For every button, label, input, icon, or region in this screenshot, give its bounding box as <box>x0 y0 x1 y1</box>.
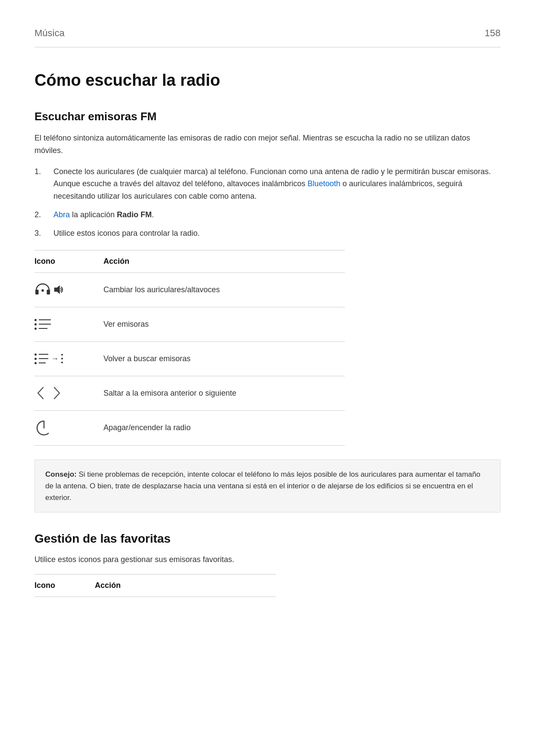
list-icon <box>34 319 51 330</box>
subsection1-intro: El teléfono sintoniza automáticamente la… <box>34 132 501 157</box>
col-icon-cell <box>34 282 103 297</box>
dot <box>34 328 37 330</box>
bluetooth-link[interactable]: Bluetooth <box>307 179 340 188</box>
list-item: 1. Conecte los auriculares (de cualquier… <box>34 166 501 203</box>
subsection2-title: Gestión de las favoritas <box>34 530 501 548</box>
list-number: 1. <box>34 166 47 203</box>
scan-dots <box>61 354 63 363</box>
line <box>39 328 47 329</box>
col-action-cell: Volver a buscar emisoras <box>103 353 345 365</box>
chevron-left-icon <box>34 386 47 400</box>
subsection2-intro: Utilice estos iconos para gestionar sus … <box>34 554 501 565</box>
col-action-cell: Apagar/encender la radio <box>103 422 345 434</box>
col-action-header2: Acción <box>95 580 276 591</box>
table-row: → Volver a buscar emisoras <box>34 342 345 376</box>
list-row <box>34 358 48 360</box>
list-row <box>34 362 48 364</box>
line <box>39 358 48 359</box>
tip-text: Si tiene problemas de recepción, intente… <box>45 470 480 502</box>
chevron-right-icon <box>51 386 63 400</box>
list-content: Utilice estos iconos para controlar la r… <box>53 227 501 240</box>
svg-marker-4 <box>54 285 60 294</box>
col-action-cell: Saltar a la emisora anterior o siguiente <box>103 387 345 399</box>
col-icon-cell <box>34 419 103 437</box>
table-row: Apagar/encender la radio <box>34 411 345 446</box>
tip-label: Consejo: <box>45 470 77 478</box>
line <box>39 362 46 363</box>
list-content: Abra la aplicación Radio FM. <box>53 209 501 221</box>
col-icon-cell <box>34 386 103 400</box>
col-icon-cell: → <box>34 353 103 365</box>
dot <box>34 319 37 321</box>
table-row: Cambiar los auriculares/altavoces <box>34 273 345 307</box>
table-header: Icono Acción <box>34 250 345 273</box>
steps-list: 1. Conecte los auriculares (de cualquier… <box>34 166 501 240</box>
table-row: Saltar a la emisora anterior o siguiente <box>34 376 345 411</box>
scan-lines <box>34 353 48 364</box>
page-number: 158 <box>485 26 501 40</box>
list-row <box>34 323 51 325</box>
headphone-icon <box>34 282 51 297</box>
speaker-icon <box>53 284 64 295</box>
list-row <box>34 353 48 356</box>
line <box>39 324 51 325</box>
table2-header: Icono Acción <box>34 575 276 597</box>
list-content: Conecte los auriculares (de cualquier ma… <box>53 166 501 203</box>
small-dot <box>61 354 63 356</box>
svg-rect-0 <box>35 290 39 294</box>
line <box>39 319 51 320</box>
dot <box>34 323 37 325</box>
dot <box>34 362 37 364</box>
page-header: Música 158 <box>34 26 501 47</box>
col-action-cell: Ver emisoras <box>103 319 345 330</box>
col-icon-cell <box>34 319 103 330</box>
chevrons-icon <box>34 386 63 400</box>
list-item: 3. Utilice estos iconos para controlar l… <box>34 227 501 240</box>
svg-point-2 <box>41 289 44 292</box>
dot <box>34 358 37 360</box>
chapter-title: Música <box>34 26 65 40</box>
scan-icon: → <box>34 353 63 365</box>
favorites-table: Icono Acción <box>34 574 276 597</box>
col-icon-header: Icono <box>34 256 103 267</box>
svg-rect-1 <box>47 290 50 294</box>
headphones-speaker-icon <box>34 282 64 297</box>
list-number: 3. <box>34 227 47 240</box>
line <box>39 354 48 355</box>
arrow-icon: → <box>51 353 59 365</box>
subsection1-title: Escuchar emisoras FM <box>34 108 501 125</box>
list-row <box>34 319 51 321</box>
power-icon <box>34 419 53 437</box>
main-section-title: Cómo escuchar la radio <box>34 68 501 93</box>
icons-table: Icono Acción Cambiar los auricular <box>34 250 345 446</box>
abra-link[interactable]: Abra <box>53 210 70 219</box>
list-row <box>34 328 51 330</box>
list-item: 2. Abra la aplicación Radio FM. <box>34 209 501 221</box>
small-dot <box>61 362 63 363</box>
col-action-cell: Cambiar los auriculares/altavoces <box>103 284 345 296</box>
small-dot <box>61 358 63 359</box>
col-action-header: Acción <box>103 256 345 267</box>
table-row: Ver emisoras <box>34 307 345 342</box>
dot <box>34 353 37 356</box>
col-icon-header2: Icono <box>34 580 95 591</box>
list-number: 2. <box>34 209 47 221</box>
tip-box: Consejo: Si tiene problemas de recepción… <box>34 459 501 513</box>
